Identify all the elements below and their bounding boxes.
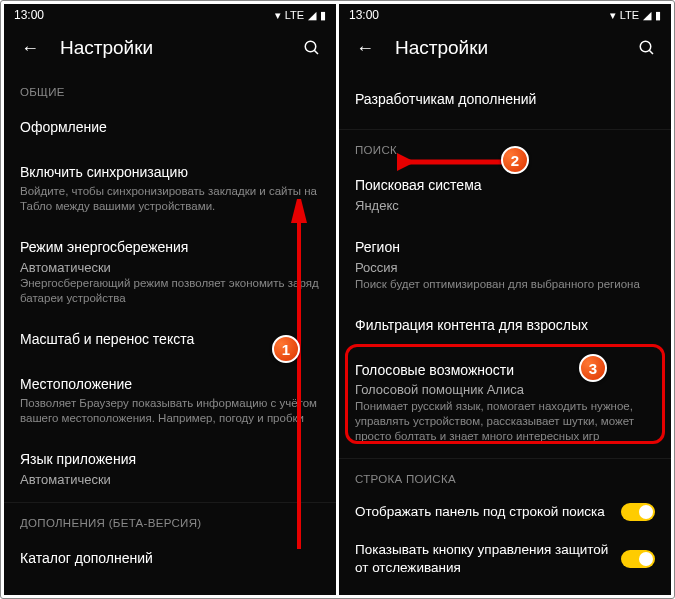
badge-3: 3 <box>579 354 607 382</box>
svg-line-5 <box>649 50 653 54</box>
status-bar: 13:00 ▾ LTE ◢ ▮ <box>339 4 671 26</box>
phone-left: 13:00 ▾ LTE ◢ ▮ ← Настройки ОБЩИЕ Оформл… <box>4 4 336 595</box>
item-filter[interactable]: Фильтрация контента для взрослых <box>339 304 671 349</box>
lte-label: LTE <box>285 9 304 21</box>
item-appearance[interactable]: Оформление <box>4 106 336 151</box>
badge-1: 1 <box>272 335 300 363</box>
search-button[interactable] <box>635 36 659 60</box>
battery-icon: ▮ <box>320 9 326 22</box>
search-button[interactable] <box>300 36 324 60</box>
status-time: 13:00 <box>349 8 379 22</box>
status-bar: 13:00 ▾ LTE ◢ ▮ <box>4 4 336 26</box>
app-bar: ← Настройки <box>339 26 671 74</box>
status-time: 13:00 <box>14 8 44 22</box>
arrow-left-icon <box>397 149 507 178</box>
arrow-up-icon <box>284 199 314 559</box>
back-button[interactable]: ← <box>18 36 42 60</box>
toggle-panel-below[interactable]: Отображать панель под строкой поиска <box>339 493 671 531</box>
svg-point-4 <box>640 41 651 52</box>
badge-2: 2 <box>501 146 529 174</box>
switch-icon[interactable] <box>621 550 655 568</box>
wifi-icon: ▾ <box>275 9 281 22</box>
item-devs-right[interactable]: Разработчикам дополнений <box>339 74 671 127</box>
switch-icon[interactable] <box>621 503 655 521</box>
item-voice[interactable]: Голосовые возможности Голосовой помощник… <box>339 349 671 456</box>
page-title: Настройки <box>42 37 300 59</box>
back-button[interactable]: ← <box>353 36 377 60</box>
battery-icon: ▮ <box>655 9 661 22</box>
signal-icon: ◢ <box>643 9 651 22</box>
signal-icon: ◢ <box>308 9 316 22</box>
phone-right: 13:00 ▾ LTE ◢ ▮ ← Настройки Разработчика… <box>339 4 671 595</box>
lte-label: LTE <box>620 9 639 21</box>
item-region[interactable]: Регион Россия Поиск будет оптимизирован … <box>339 226 671 303</box>
app-bar: ← Настройки <box>4 26 336 74</box>
toggle-tracking-button[interactable]: Показывать кнопку управления защитой от … <box>339 531 671 587</box>
section-searchbar: СТРОКА ПОИСКА <box>339 461 671 493</box>
wifi-icon: ▾ <box>610 9 616 22</box>
svg-line-1 <box>314 50 318 54</box>
item-devs-left[interactable]: Разработчикам дополнений <box>4 582 336 595</box>
section-general: ОБЩИЕ <box>4 74 336 106</box>
svg-point-0 <box>305 41 316 52</box>
page-title: Настройки <box>377 37 635 59</box>
